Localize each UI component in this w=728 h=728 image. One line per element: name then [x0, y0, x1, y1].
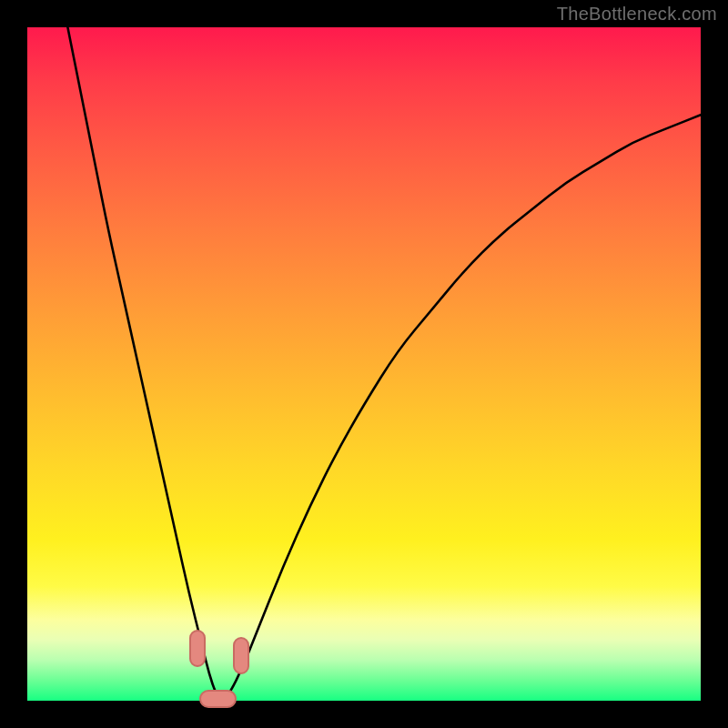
watermark-text: TheBottleneck.com — [557, 4, 717, 25]
valley-marker — [199, 690, 237, 708]
plot-area — [27, 27, 701, 701]
right-slope-marker — [233, 637, 250, 674]
bottleneck-curve — [27, 27, 701, 701]
left-slope-marker — [189, 630, 207, 667]
chart-frame: TheBottleneck.com — [0, 0, 728, 728]
